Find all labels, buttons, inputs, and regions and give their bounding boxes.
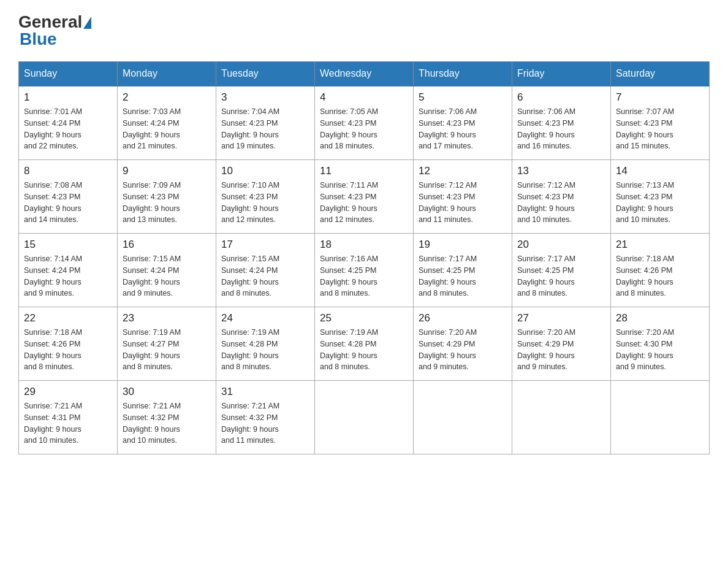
calendar-day-cell: 13Sunrise: 7:12 AMSunset: 4:23 PMDayligh… — [512, 160, 611, 234]
day-number: 13 — [517, 165, 605, 177]
day-sun-info: Sunrise: 7:06 AMSunset: 4:23 PMDaylight:… — [419, 106, 507, 152]
calendar-day-cell: 29Sunrise: 7:21 AMSunset: 4:31 PMDayligh… — [19, 381, 118, 454]
calendar-day-cell: 27Sunrise: 7:20 AMSunset: 4:29 PMDayligh… — [512, 307, 611, 381]
day-number: 14 — [616, 165, 704, 177]
day-number: 27 — [517, 312, 605, 324]
day-sun-info: Sunrise: 7:07 AMSunset: 4:23 PMDaylight:… — [616, 106, 704, 152]
day-sun-info: Sunrise: 7:18 AMSunset: 4:26 PMDaylight:… — [24, 327, 112, 373]
day-sun-info: Sunrise: 7:12 AMSunset: 4:23 PMDaylight:… — [419, 180, 507, 226]
day-sun-info: Sunrise: 7:01 AMSunset: 4:24 PMDaylight:… — [24, 106, 112, 152]
calendar-header-row: SundayMondayTuesdayWednesdayThursdayFrid… — [19, 62, 710, 86]
day-sun-info: Sunrise: 7:18 AMSunset: 4:26 PMDaylight:… — [616, 253, 704, 299]
calendar-week-row: 15Sunrise: 7:14 AMSunset: 4:24 PMDayligh… — [19, 234, 710, 307]
day-sun-info: Sunrise: 7:20 AMSunset: 4:29 PMDaylight:… — [517, 327, 605, 373]
day-number: 25 — [320, 312, 408, 324]
day-number: 28 — [616, 312, 704, 324]
day-sun-info: Sunrise: 7:21 AMSunset: 4:32 PMDaylight:… — [221, 400, 309, 446]
calendar-day-cell: 8Sunrise: 7:08 AMSunset: 4:23 PMDaylight… — [19, 160, 118, 234]
day-number: 24 — [221, 312, 309, 324]
calendar-day-cell: 16Sunrise: 7:15 AMSunset: 4:24 PMDayligh… — [118, 234, 216, 307]
calendar-day-cell: 25Sunrise: 7:19 AMSunset: 4:28 PMDayligh… — [315, 307, 414, 381]
calendar-day-cell — [414, 381, 512, 454]
day-number: 20 — [517, 239, 605, 251]
day-sun-info: Sunrise: 7:16 AMSunset: 4:25 PMDaylight:… — [320, 253, 408, 299]
day-sun-info: Sunrise: 7:20 AMSunset: 4:29 PMDaylight:… — [419, 327, 507, 373]
calendar-week-row: 1Sunrise: 7:01 AMSunset: 4:24 PMDaylight… — [19, 86, 710, 160]
calendar-day-cell: 22Sunrise: 7:18 AMSunset: 4:26 PMDayligh… — [19, 307, 118, 381]
calendar-day-cell: 24Sunrise: 7:19 AMSunset: 4:28 PMDayligh… — [216, 307, 315, 381]
day-sun-info: Sunrise: 7:21 AMSunset: 4:32 PMDaylight:… — [123, 400, 211, 446]
day-sun-info: Sunrise: 7:20 AMSunset: 4:30 PMDaylight:… — [616, 327, 704, 373]
day-number: 17 — [221, 239, 309, 251]
day-number: 4 — [320, 91, 408, 104]
day-sun-info: Sunrise: 7:13 AMSunset: 4:23 PMDaylight:… — [616, 180, 704, 226]
day-number: 21 — [616, 239, 704, 251]
day-number: 29 — [24, 386, 112, 398]
day-sun-info: Sunrise: 7:10 AMSunset: 4:23 PMDaylight:… — [221, 180, 309, 226]
day-number: 10 — [221, 165, 309, 177]
day-sun-info: Sunrise: 7:03 AMSunset: 4:24 PMDaylight:… — [123, 106, 211, 152]
day-number: 23 — [123, 312, 211, 324]
calendar-day-cell: 9Sunrise: 7:09 AMSunset: 4:23 PMDaylight… — [118, 160, 216, 234]
day-number: 12 — [419, 165, 507, 177]
calendar-day-cell: 7Sunrise: 7:07 AMSunset: 4:23 PMDaylight… — [611, 86, 710, 160]
day-sun-info: Sunrise: 7:15 AMSunset: 4:24 PMDaylight:… — [221, 253, 309, 299]
calendar-day-cell: 10Sunrise: 7:10 AMSunset: 4:23 PMDayligh… — [216, 160, 315, 234]
day-number: 3 — [221, 91, 309, 104]
calendar-day-cell: 15Sunrise: 7:14 AMSunset: 4:24 PMDayligh… — [19, 234, 118, 307]
day-of-week-header: Thursday — [414, 62, 512, 86]
calendar-week-row: 22Sunrise: 7:18 AMSunset: 4:26 PMDayligh… — [19, 307, 710, 381]
calendar-table: SundayMondayTuesdayWednesdayThursdayFrid… — [18, 61, 710, 454]
day-sun-info: Sunrise: 7:09 AMSunset: 4:23 PMDaylight:… — [123, 180, 211, 226]
day-sun-info: Sunrise: 7:15 AMSunset: 4:24 PMDaylight:… — [123, 253, 211, 299]
day-sun-info: Sunrise: 7:19 AMSunset: 4:28 PMDaylight:… — [221, 327, 309, 373]
day-number: 6 — [517, 91, 605, 104]
day-number: 7 — [616, 91, 704, 104]
day-number: 30 — [123, 386, 211, 398]
day-of-week-header: Tuesday — [216, 62, 315, 86]
day-sun-info: Sunrise: 7:19 AMSunset: 4:28 PMDaylight:… — [320, 327, 408, 373]
calendar-day-cell: 26Sunrise: 7:20 AMSunset: 4:29 PMDayligh… — [414, 307, 512, 381]
day-number: 26 — [419, 312, 507, 324]
calendar-day-cell: 21Sunrise: 7:18 AMSunset: 4:26 PMDayligh… — [611, 234, 710, 307]
calendar-day-cell: 4Sunrise: 7:05 AMSunset: 4:23 PMDaylight… — [315, 86, 414, 160]
day-of-week-header: Friday — [512, 62, 611, 86]
day-sun-info: Sunrise: 7:04 AMSunset: 4:23 PMDaylight:… — [221, 106, 309, 152]
day-number: 11 — [320, 165, 408, 177]
day-sun-info: Sunrise: 7:19 AMSunset: 4:27 PMDaylight:… — [123, 327, 211, 373]
calendar-day-cell: 14Sunrise: 7:13 AMSunset: 4:23 PMDayligh… — [611, 160, 710, 234]
day-sun-info: Sunrise: 7:08 AMSunset: 4:23 PMDaylight:… — [24, 180, 112, 226]
calendar-day-cell: 1Sunrise: 7:01 AMSunset: 4:24 PMDaylight… — [19, 86, 118, 160]
calendar-day-cell: 6Sunrise: 7:06 AMSunset: 4:23 PMDaylight… — [512, 86, 611, 160]
logo-triangle-icon — [83, 17, 91, 29]
calendar-day-cell: 31Sunrise: 7:21 AMSunset: 4:32 PMDayligh… — [216, 381, 315, 454]
day-number: 19 — [419, 239, 507, 251]
calendar-day-cell — [512, 381, 611, 454]
day-number: 16 — [123, 239, 211, 251]
day-number: 2 — [123, 91, 211, 104]
day-sun-info: Sunrise: 7:17 AMSunset: 4:25 PMDaylight:… — [419, 253, 507, 299]
day-number: 15 — [24, 239, 112, 251]
calendar-week-row: 29Sunrise: 7:21 AMSunset: 4:31 PMDayligh… — [19, 381, 710, 454]
day-sun-info: Sunrise: 7:05 AMSunset: 4:23 PMDaylight:… — [320, 106, 408, 152]
logo-blue-text: Blue — [18, 29, 57, 49]
day-number: 5 — [419, 91, 507, 104]
calendar-day-cell: 20Sunrise: 7:17 AMSunset: 4:25 PMDayligh… — [512, 234, 611, 307]
calendar-day-cell: 18Sunrise: 7:16 AMSunset: 4:25 PMDayligh… — [315, 234, 414, 307]
day-number: 18 — [320, 239, 408, 251]
day-of-week-header: Wednesday — [315, 62, 414, 86]
calendar-day-cell: 5Sunrise: 7:06 AMSunset: 4:23 PMDaylight… — [414, 86, 512, 160]
day-of-week-header: Saturday — [611, 62, 710, 86]
calendar-day-cell: 11Sunrise: 7:11 AMSunset: 4:23 PMDayligh… — [315, 160, 414, 234]
logo: General Blue — [18, 12, 91, 49]
day-number: 22 — [24, 312, 112, 324]
day-sun-info: Sunrise: 7:12 AMSunset: 4:23 PMDaylight:… — [517, 180, 605, 226]
calendar-day-cell: 30Sunrise: 7:21 AMSunset: 4:32 PMDayligh… — [118, 381, 216, 454]
day-number: 9 — [123, 165, 211, 177]
day-sun-info: Sunrise: 7:14 AMSunset: 4:24 PMDaylight:… — [24, 253, 112, 299]
day-of-week-header: Monday — [118, 62, 216, 86]
calendar-day-cell: 12Sunrise: 7:12 AMSunset: 4:23 PMDayligh… — [414, 160, 512, 234]
calendar-week-row: 8Sunrise: 7:08 AMSunset: 4:23 PMDaylight… — [19, 160, 710, 234]
day-sun-info: Sunrise: 7:17 AMSunset: 4:25 PMDaylight:… — [517, 253, 605, 299]
day-number: 31 — [221, 386, 309, 398]
